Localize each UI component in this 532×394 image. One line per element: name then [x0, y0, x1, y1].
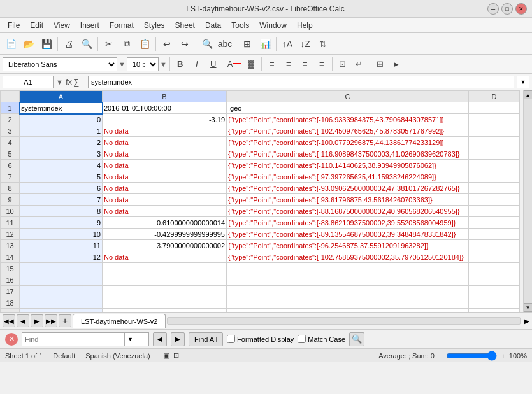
cell-d[interactable] [469, 286, 520, 297]
cell-b[interactable]: No data [103, 125, 227, 137]
col-header-c[interactable]: C [227, 91, 469, 102]
zoom-minus[interactable]: − [438, 352, 442, 360]
highlight-button[interactable]: ▓ [243, 57, 259, 71]
cell-d[interactable] [469, 102, 520, 114]
match-case-check[interactable]: Match Case [298, 335, 345, 343]
formula-input[interactable] [88, 76, 514, 88]
cell-d[interactable] [469, 240, 520, 251]
grid-scroll-area[interactable]: A B C D 1system:index2016-01-01T00:00:00… [0, 90, 523, 312]
cell-c[interactable]: {"type":"Point","coordinates":[-97.39726… [227, 171, 469, 183]
cell-b[interactable]: No data [103, 171, 227, 183]
italic-button[interactable]: I [189, 57, 205, 71]
new-button[interactable]: 📄 [3, 36, 19, 52]
menu-window[interactable]: Window [254, 20, 292, 31]
add-sheet-button[interactable]: + [59, 314, 71, 327]
cell-c[interactable] [227, 286, 469, 297]
cell-c[interactable] [227, 309, 469, 313]
table-button[interactable]: ⊞ [239, 36, 255, 52]
cell-c[interactable] [227, 263, 469, 274]
close-button[interactable]: ✕ [515, 3, 527, 15]
cell-b[interactable]: No data [103, 183, 227, 194]
cell-d[interactable] [469, 274, 520, 286]
cell-a[interactable]: 6 [20, 183, 103, 194]
cell-a[interactable]: 3 [20, 148, 103, 160]
formula-dropdown-button[interactable]: ▼ [517, 76, 529, 88]
zoom-slider[interactable] [446, 353, 497, 359]
fx-icon[interactable]: fx [66, 77, 72, 87]
find-next-button[interactable]: ▶ [171, 332, 185, 346]
cell-b[interactable]: -0.4299999999999995 [103, 229, 227, 240]
cell-b[interactable] [103, 286, 227, 297]
sort-asc-button[interactable]: ↑A [279, 36, 296, 52]
spellcheck-button[interactable]: abc [217, 36, 233, 52]
cell-a[interactable] [20, 309, 103, 313]
cell-a[interactable]: 10 [20, 229, 103, 240]
formatted-display-checkbox[interactable] [227, 335, 235, 343]
menu-styles[interactable]: Styles [139, 20, 170, 31]
scroll-left-button[interactable]: ◀◀ [3, 314, 15, 327]
cell-d[interactable] [469, 263, 520, 274]
maximize-button[interactable]: □ [501, 3, 513, 15]
cell-d[interactable] [469, 114, 520, 125]
cell-b[interactable]: 0.6100000000000014 [103, 217, 227, 229]
find-prev-button[interactable]: ◀ [153, 332, 167, 346]
cell-d[interactable] [469, 297, 520, 309]
vertical-scrollbar[interactable]: ▲ ▼ [523, 90, 532, 312]
cell-a[interactable] [20, 286, 103, 297]
cell-b[interactable]: No data [103, 160, 227, 171]
cell-d[interactable] [469, 206, 520, 217]
cell-c[interactable]: {"type":"Point","coordinates":[-106.9333… [227, 114, 469, 125]
col-header-d[interactable]: D [469, 91, 520, 102]
find-input[interactable] [22, 333, 124, 346]
save-button[interactable]: 💾 [38, 36, 55, 52]
cell-d[interactable] [469, 183, 520, 194]
cell-b[interactable]: No data [103, 137, 227, 148]
cell-c[interactable]: {"type":"Point","coordinates":[-100.0779… [227, 137, 469, 148]
find-button[interactable]: 🔍 [199, 36, 215, 52]
cell-d[interactable] [469, 137, 520, 148]
match-case-checkbox[interactable] [298, 335, 306, 343]
menu-tools[interactable]: Tools [226, 20, 254, 31]
formatted-display-check[interactable]: Formatted Display [227, 335, 294, 343]
cell-a[interactable] [20, 263, 103, 274]
cell-d[interactable] [469, 160, 520, 171]
zoom-plus[interactable]: + [501, 352, 505, 360]
cell-b[interactable]: No data [103, 206, 227, 217]
cell-b[interactable] [103, 297, 227, 309]
sheet-tab-active[interactable]: LST-daytimehour-WS-v2 [73, 314, 166, 328]
cell-d[interactable] [469, 171, 520, 183]
justify-button[interactable]: ≡ [314, 57, 329, 71]
cut-button[interactable]: ✂ [101, 36, 117, 52]
underline-button[interactable]: U [206, 57, 221, 71]
font-name-select[interactable]: Liberation Sans [3, 57, 117, 71]
preview-button[interactable]: 🔍 [78, 36, 95, 52]
merge-button[interactable]: ⊡ [335, 57, 350, 71]
wrap-button[interactable]: ↵ [352, 57, 367, 71]
cell-c[interactable]: {"type":"Point","coordinates":[-110.1414… [227, 160, 469, 171]
find-dropdown-button[interactable]: ▼ [124, 333, 136, 346]
cell-c[interactable]: {"type":"Point","coordinates":[-88.16875… [227, 206, 469, 217]
cell-b[interactable]: -3.19 [103, 114, 227, 125]
redo-button[interactable]: ↪ [176, 36, 193, 52]
horizontal-scrollbar[interactable] [167, 317, 521, 325]
cell-b[interactable]: No data [103, 194, 227, 206]
minimize-button[interactable]: ─ [487, 3, 499, 15]
cell-c[interactable]: {"type":"Point","coordinates":[-102.7585… [227, 251, 469, 263]
open-button[interactable]: 📂 [20, 36, 37, 52]
font-size-select[interactable]: 10 pt [127, 57, 159, 71]
find-close-button[interactable]: ✕ [5, 333, 18, 346]
cell-d[interactable] [469, 251, 520, 263]
cell-d[interactable] [469, 125, 520, 137]
cell-a[interactable] [20, 297, 103, 309]
prev-sheet-button[interactable]: ◀ [17, 314, 29, 327]
col-header-a[interactable]: A [20, 91, 103, 102]
cell-a[interactable]: 12 [20, 251, 103, 263]
font-color-button[interactable]: A [227, 57, 242, 71]
cell-c[interactable]: {"type":"Point","coordinates":[-96.25468… [227, 240, 469, 251]
cell-a[interactable]: 2 [20, 137, 103, 148]
cell-a[interactable]: 9 [20, 217, 103, 229]
menu-format[interactable]: Format [104, 20, 139, 31]
cell-c[interactable] [227, 274, 469, 286]
borders-button[interactable]: ⊞ [373, 57, 388, 71]
cell-a[interactable] [20, 274, 103, 286]
